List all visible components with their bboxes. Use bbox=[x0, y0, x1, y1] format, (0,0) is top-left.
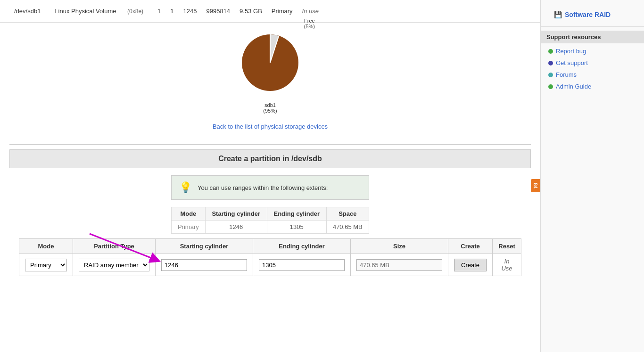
create-cell[interactable]: Create bbox=[448, 254, 493, 276]
col2: 1 bbox=[165, 6, 178, 16]
ext-start: 1246 bbox=[205, 221, 267, 234]
extents-row: Primary 1246 1305 470.65 MB bbox=[172, 221, 369, 234]
admin-guide-link[interactable]: Admin Guide bbox=[541, 81, 644, 92]
partition-type: Linux Physical Volume (0x8e) bbox=[45, 4, 153, 18]
starting-cylinder-cell[interactable] bbox=[156, 254, 253, 276]
partition-type-select[interactable]: RAID array member Linux Linux LVM Linux … bbox=[79, 259, 149, 271]
ending-cylinder-input[interactable] bbox=[259, 259, 345, 271]
admin-guide-icon bbox=[548, 84, 553, 89]
ending-cylinder-cell[interactable] bbox=[253, 254, 351, 276]
ext-header-space: Space bbox=[326, 207, 369, 221]
info-box: 💡 You can use ranges within the followin… bbox=[171, 175, 369, 200]
form-header-type: Partition Type bbox=[73, 239, 156, 254]
extents-table: Mode Starting cylinder Ending cylinder S… bbox=[171, 207, 369, 234]
software-raid-link[interactable]: 💾 Software RAID bbox=[546, 8, 638, 21]
mode: Primary bbox=[267, 6, 297, 16]
create-title: Create a partition in /dev/sdb bbox=[9, 149, 531, 168]
mode-cell[interactable]: Primary Extended Logical bbox=[19, 254, 73, 276]
ext-header-end: Ending cylinder bbox=[267, 207, 326, 221]
form-area: Mode Partition Type Starting cylinder En… bbox=[9, 238, 531, 276]
free-label: Free (5%) bbox=[304, 18, 315, 29]
size: 9.53 GB bbox=[235, 6, 267, 16]
form-header-mode: Mode bbox=[19, 239, 73, 254]
support-resources-title: Support resources bbox=[541, 31, 644, 43]
partition-form-table: Mode Partition Type Starting cylinder En… bbox=[19, 238, 521, 276]
forums-label: Forums bbox=[556, 71, 577, 78]
back-link[interactable]: Back to the list of physical storage dev… bbox=[213, 123, 328, 130]
main-content: /dev/sdb1 Linux Physical Volume (0x8e) 1… bbox=[0, 0, 540, 352]
ext-end: 1305 bbox=[267, 221, 326, 234]
bulb-icon: 💡 bbox=[179, 181, 192, 194]
forums-link[interactable]: Forums bbox=[541, 69, 644, 81]
sdb1-label: sdb1 (95%) bbox=[263, 102, 277, 114]
disk-icon: 💾 bbox=[554, 11, 562, 18]
size-input[interactable] bbox=[356, 259, 442, 271]
report-bug-link[interactable]: Report bug bbox=[541, 45, 644, 57]
section-divider bbox=[9, 144, 531, 145]
start-cyl: 1245 bbox=[179, 6, 202, 16]
get-support-icon bbox=[548, 61, 553, 65]
size-cell[interactable] bbox=[351, 254, 448, 276]
end-cyl: 9995814 bbox=[201, 6, 235, 16]
ext-mode: Primary bbox=[172, 221, 206, 234]
form-table-wrap: Mode Partition Type Starting cylinder En… bbox=[19, 238, 521, 276]
ext-header-mode: Mode bbox=[172, 207, 206, 221]
reset-cell: In Use bbox=[493, 254, 521, 276]
col1: 1 bbox=[153, 6, 165, 16]
forums-icon bbox=[548, 73, 553, 77]
sidebar-divider bbox=[541, 26, 644, 27]
form-header-end: Ending cylinder bbox=[253, 239, 351, 254]
report-bug-icon bbox=[548, 49, 553, 54]
get-support-link[interactable]: Get support bbox=[541, 57, 644, 69]
partition-row: /dev/sdb1 Linux Physical Volume (0x8e) 1… bbox=[0, 0, 540, 23]
mode-select[interactable]: Primary Extended Logical bbox=[25, 259, 67, 271]
device-name: /dev/sdb1 bbox=[9, 6, 45, 16]
form-header-size: Size bbox=[351, 239, 448, 254]
report-bug-label: Report bug bbox=[556, 48, 586, 55]
form-header-create: Create bbox=[448, 239, 493, 254]
get-support-label: Get support bbox=[556, 59, 588, 66]
create-button[interactable]: Create bbox=[454, 259, 487, 271]
ext-space: 470.65 MB bbox=[326, 221, 369, 234]
chart-area: Free (5%) sdb1 (95%) bbox=[0, 23, 540, 99]
info-text: You can use ranges within the following … bbox=[198, 184, 328, 191]
form-header-start: Starting cylinder bbox=[156, 239, 253, 254]
starting-cylinder-input[interactable] bbox=[161, 259, 247, 271]
pie-chart bbox=[239, 32, 301, 93]
sidebar: 💾 Software RAID Support resources Report… bbox=[540, 0, 644, 352]
ext-header-start: Starting cylinder bbox=[205, 207, 267, 221]
in-use-text: In Use bbox=[501, 258, 512, 272]
status: In use bbox=[297, 6, 323, 16]
admin-guide-label: Admin Guide bbox=[556, 83, 591, 90]
form-header-reset: Reset bbox=[493, 239, 521, 254]
form-row: Primary Extended Logical RAID array memb… bbox=[19, 254, 521, 276]
software-raid-label: Software RAID bbox=[565, 11, 611, 18]
partition-type-cell[interactable]: RAID array member Linux Linux LVM Linux … bbox=[73, 254, 156, 276]
software-raid-section: 💾 Software RAID bbox=[541, 5, 644, 23]
orange-tab[interactable]: 84 bbox=[531, 179, 540, 192]
create-section: Create a partition in /dev/sdb 💡 You can… bbox=[9, 149, 531, 276]
